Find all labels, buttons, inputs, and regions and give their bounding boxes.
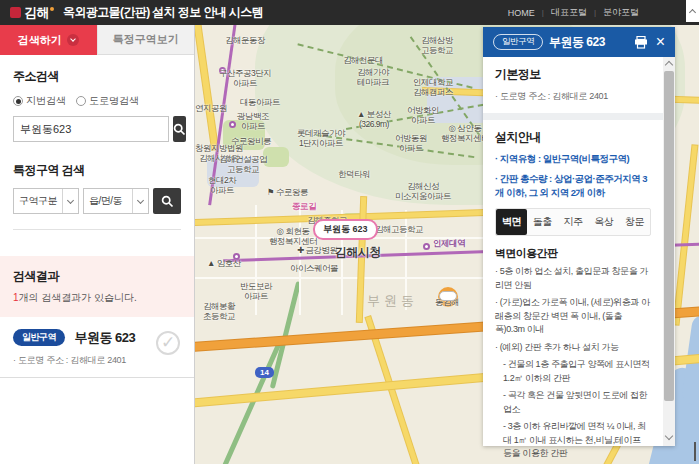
- zone-search-button[interactable]: [153, 188, 181, 214]
- nav-main-portal-link[interactable]: 대표포털: [551, 6, 587, 19]
- tab-zone-view-label: 특정구역보기: [113, 32, 179, 47]
- sign-type-tabs: 벽면 돌출 지주 옥상 창문: [495, 208, 651, 236]
- nav-field-portal-link[interactable]: 분야포털: [603, 6, 639, 19]
- results-count-suffix: 개의 검색결과가 있습니다.: [19, 292, 137, 303]
- nav-separator: |: [594, 8, 596, 17]
- map-label: 김해건설공업 고등학교: [219, 154, 267, 174]
- chevron-down-icon: [62, 189, 78, 213]
- wall-sign-rule: · 5층 이하 업소 설치, 출입문과 창문을 가리면 안됨: [495, 265, 651, 292]
- search-icon: [161, 195, 174, 208]
- chevron-down-icon: [694, 442, 696, 461]
- logo-dot-icon: [50, 7, 54, 11]
- zone-type-note: · 지역유형 : 일반구역(비특정구역): [495, 152, 651, 166]
- map-label: 연지공원: [195, 103, 227, 113]
- page-scroll-up[interactable]: [686, 0, 699, 22]
- map-label-station: 인제대역: [433, 238, 465, 248]
- tab-wall-sign[interactable]: 벽면: [496, 209, 527, 235]
- rail-station-icon: [423, 243, 430, 250]
- map-label: 광남백조 아파트: [237, 111, 269, 131]
- map-label-mountain: ▲ 임호산: [207, 258, 241, 268]
- map-label: 반도보라 아파트: [240, 281, 272, 301]
- result-road-address: · 도로명 주소 : 김해대로 2401: [13, 354, 181, 367]
- top-header: 김해 옥외광고물(간판) 설치 정보 안내 시스템 HOME | 대표포털 | …: [0, 0, 699, 25]
- map-label: 김해운동장: [225, 35, 265, 45]
- map-label: 인제대학교 김해캠퍼스: [413, 77, 453, 97]
- address-input-row: [13, 116, 181, 142]
- wall-sign-exception: - 곡각 혹은 건물 앞뒷면이 도로에 접한 업소: [495, 389, 651, 416]
- radio-jibun-label: 지번검색: [26, 94, 66, 108]
- rail-station-icon: [229, 121, 236, 128]
- map-label: 대동아파트: [240, 97, 280, 107]
- map-label: 김해천문대: [343, 55, 383, 65]
- map-label: 롯데캐슬가야 1단지아파트: [297, 128, 345, 148]
- district-select[interactable]: 읍/면/동: [83, 188, 149, 214]
- scroll-up-icon[interactable]: [665, 61, 673, 69]
- tab-pole-sign[interactable]: 지주: [558, 209, 589, 235]
- search-icon: [173, 123, 186, 136]
- map-label: 현대2차 아파트: [208, 175, 236, 195]
- map-label: 김해고등학교: [375, 224, 423, 234]
- page-title: 옥외광고물(간판) 설치 정보 안내 시스템: [63, 4, 263, 21]
- map-label: 어방동원 아파트: [395, 133, 427, 153]
- tab-zone-view[interactable]: 특정구역보기: [97, 25, 195, 55]
- zone-type-select[interactable]: 구역구분: [13, 188, 79, 214]
- search-results-summary: 검색결과 1개의 검색결과가 있습니다.: [0, 256, 194, 317]
- nav-home-link[interactable]: HOME: [508, 8, 535, 18]
- interchange-badge: [439, 291, 457, 301]
- result-list-item[interactable]: 일반구역 부원동 623 · 도로명 주소 : 김해대로 2401 ✓: [0, 317, 194, 378]
- close-icon[interactable]: ×: [656, 34, 665, 50]
- map-label: 김해신성 미소지움아파트: [395, 181, 451, 201]
- address-search-button[interactable]: [173, 116, 186, 142]
- results-count-text: 1개의 검색결과가 있습니다.: [13, 291, 181, 305]
- chevron-down-icon: [132, 189, 148, 213]
- radio-road-label: 도로명검색: [89, 94, 139, 108]
- tab-search-label: 검색하기: [18, 33, 62, 48]
- address-search-input[interactable]: [13, 116, 169, 142]
- tab-window-sign[interactable]: 창문: [619, 209, 650, 235]
- radio-road-name[interactable]: 도로명검색: [76, 94, 139, 108]
- page-scroll-down[interactable]: [694, 442, 696, 460]
- sidebar-body: 주소검색 지번검색 도로명검색 특정구역 검색 구역구분: [0, 55, 194, 243]
- map-label: 어방화인 아파트: [407, 105, 439, 125]
- tab-protruding-sign[interactable]: 돌출: [527, 209, 558, 235]
- panel-scrollbar-thumb[interactable]: [664, 71, 674, 401]
- wall-sign-rule: · (예외) 간판 추가 하나 설치 가능: [495, 341, 651, 355]
- road-east-vertical: [674, 145, 698, 325]
- sidebar-tabs: 검색하기 특정구역보기: [0, 25, 194, 55]
- nav-separator: |: [542, 8, 544, 17]
- city-logo[interactable]: 김해: [10, 4, 54, 22]
- map-label: ◎ 삼안동 행정복지센터: [441, 123, 489, 143]
- detail-panel-body: 기본정보 · 도로명 주소 : 김해대로 2401 설치안내 · 지역유형 : …: [483, 57, 663, 464]
- map-label: 한덕타워: [338, 169, 370, 179]
- section-divider: [483, 113, 663, 120]
- road-west-vertical: [195, 25, 218, 150]
- map-label: 아이스퀘어몰: [290, 263, 338, 273]
- zone-select-row: 구역구분 읍/면/동: [13, 188, 181, 214]
- map-label: 구산주공3단지 아파트: [219, 68, 271, 88]
- result-title: 부원동 623: [74, 330, 135, 345]
- scroll-down-icon[interactable]: [665, 432, 673, 440]
- panel-scrollbar[interactable]: [663, 57, 675, 446]
- wall-sign-rule: · (가로)업소 가로폭 이내, (세로)위층과 아래층의 창문간 벽면 폭 이…: [495, 296, 651, 337]
- detail-panel: 일반구역 부원동 623 × 기본정보 · 도로명 주소 : 김해대로 2401…: [483, 27, 675, 446]
- radio-jibun[interactable]: 지번검색: [13, 94, 66, 108]
- radio-unselected-icon: [76, 96, 86, 106]
- print-icon[interactable]: [634, 36, 648, 49]
- city-emblem-icon: [10, 7, 21, 18]
- district-value: 읍/면/동: [89, 194, 122, 208]
- zone-type-value: 구역구분: [19, 194, 57, 208]
- top-nav: HOME | 대표포털 | 분야포털: [508, 6, 639, 19]
- wall-sign-heading: 벽면이용간판: [495, 246, 651, 261]
- map-label-mountain: ▲ 분성산 (326.9m): [357, 109, 391, 129]
- tab-search[interactable]: 검색하기: [0, 25, 97, 55]
- map-label-royal-tomb: ⚑ 수로왕릉: [267, 187, 308, 197]
- wall-sign-exception: - 건물의 1층 주출입구 양쪽에 표시면적 1.2㎡ 이하의 간판: [495, 358, 651, 385]
- tab-rooftop-sign[interactable]: 옥상: [588, 209, 619, 235]
- address-search-heading: 주소검색: [13, 68, 181, 85]
- map-label: ◎ 회현동 행정복지센터: [269, 226, 317, 246]
- search-result-marker[interactable]: 부원동 623: [313, 219, 378, 240]
- minor-road: [195, 277, 495, 279]
- radio-selected-icon: [13, 96, 23, 106]
- install-guide-heading: 설치안내: [495, 129, 651, 146]
- map-district-label: 부원동: [367, 293, 418, 309]
